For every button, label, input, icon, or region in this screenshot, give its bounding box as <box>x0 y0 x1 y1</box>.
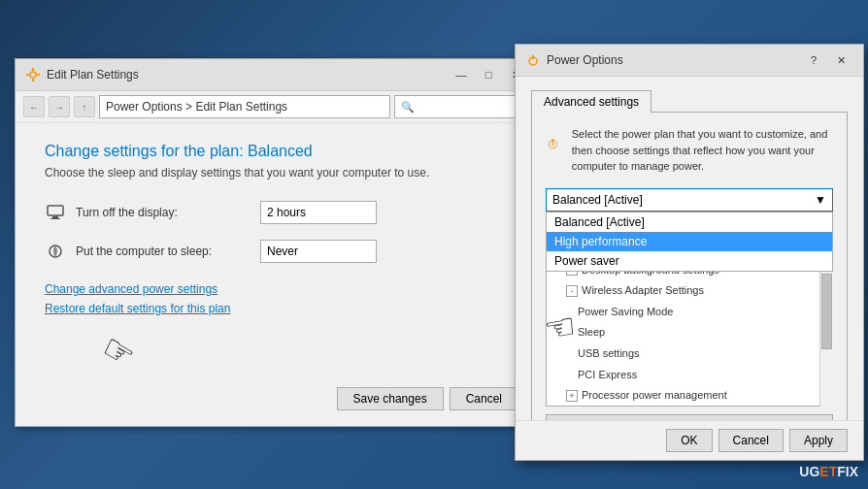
tree-label-pci: PCI Express <box>578 367 637 384</box>
tree-usb[interactable]: USB settings <box>547 343 832 365</box>
power-footer: OK Cancel Apply <box>516 420 863 460</box>
branding: UGETFIX <box>799 464 858 479</box>
power-titlebar: Power Options ? ✕ <box>516 45 863 77</box>
sleep-setting-label: Put the computer to sleep: <box>76 244 250 258</box>
brand-ug: UG <box>799 464 819 479</box>
plan-option-power-saver[interactable]: Power saver <box>547 251 832 271</box>
sleep-dropdown-wrapper: Never 1 minute 5 minutes 15 minutes 30 m… <box>260 240 377 263</box>
search-placeholder: 🔍 <box>401 101 415 114</box>
display-setting-label: Turn off the display: <box>76 206 250 219</box>
power-help-button[interactable]: ? <box>801 50 826 70</box>
advanced-settings-tab[interactable]: Advanced settings <box>531 90 651 113</box>
tree-label-psm: Power Saving Mode <box>578 304 673 321</box>
edit-plan-titlebar: Edit Plan Settings — □ ✕ <box>16 59 538 91</box>
svg-rect-2 <box>32 79 34 82</box>
tree-pci[interactable]: PCI Express <box>547 365 832 386</box>
plan-option-high-performance[interactable]: High performance <box>547 232 832 251</box>
tree-expand-processor: + <box>566 390 578 402</box>
brand-fix: FIX <box>837 464 858 479</box>
edit-plan-content: Change settings for the plan: Balanced C… <box>16 123 538 341</box>
display-setting-row: Turn off the display: 2 hours 1 minute 5… <box>45 201 509 224</box>
forward-button[interactable]: → <box>49 96 70 117</box>
search-box[interactable]: 🔍 <box>394 95 530 118</box>
maximize-button[interactable]: □ <box>476 65 501 84</box>
sleep-icon <box>45 241 66 262</box>
display-dropdown-wrapper: 2 hours 1 minute 5 minutes 15 minutes 30… <box>260 201 377 224</box>
plan-dropdown-arrow: ▼ <box>815 193 826 207</box>
power-window-title: Power Options <box>547 53 623 67</box>
edit-plan-icon <box>25 67 41 82</box>
nav-path[interactable]: Power Options > Edit Plan Settings <box>99 95 390 118</box>
plan-dropdown-row: Balanced [Active] ▼ Balanced [Active] Hi… <box>546 188 833 212</box>
links-section: Change advanced power settings Restore d… <box>45 282 509 315</box>
plan-option-balanced[interactable]: Balanced [Active] <box>547 212 832 232</box>
nav-path-text: Power Options > Edit Plan Settings <box>106 100 287 114</box>
cancel-button[interactable]: Cancel <box>450 387 518 410</box>
up-button[interactable]: ↑ <box>74 96 95 117</box>
svg-point-13 <box>551 143 554 147</box>
change-advanced-link[interactable]: Change advanced power settings <box>45 282 509 296</box>
tree-label-processor: Processor power management <box>582 387 727 405</box>
power-big-icon <box>546 126 560 161</box>
display-dropdown[interactable]: 2 hours 1 minute 5 minutes 15 minutes 30… <box>260 201 377 224</box>
tree-label-usb: USB settings <box>578 345 640 363</box>
tree-sleep[interactable]: Sleep <box>547 322 832 343</box>
sleep-dropdown[interactable]: Never 1 minute 5 minutes 15 minutes 30 m… <box>260 240 377 263</box>
tab-content: Select the power plan that you want to c… <box>531 112 848 452</box>
power-cancel-button[interactable]: Cancel <box>718 429 784 452</box>
sleep-setting-row: Put the computer to sleep: Never 1 minut… <box>45 240 509 263</box>
svg-rect-5 <box>48 206 63 215</box>
svg-rect-3 <box>26 74 29 76</box>
svg-rect-7 <box>50 218 60 219</box>
save-changes-button[interactable]: Save changes <box>337 387 444 410</box>
plan-active-label: Balanced [Active] <box>552 193 643 207</box>
power-apply-button[interactable]: Apply <box>789 429 848 452</box>
nav-bar: ← → ↑ Power Options > Edit Plan Settings… <box>16 91 538 123</box>
svg-rect-12 <box>552 139 554 143</box>
plan-title: Change settings for the plan: Balanced <box>45 143 509 160</box>
plan-subtitle: Choose the sleep and display settings th… <box>45 166 509 179</box>
brand-et: ET <box>819 464 837 479</box>
tree-expand-wireless: - <box>566 285 578 297</box>
tree-label-wireless: Wireless Adapter Settings <box>582 282 704 300</box>
power-main-content: Advanced settings Select the power plan … <box>516 77 863 466</box>
power-icon <box>525 52 541 68</box>
titlebar-left: Edit Plan Settings <box>25 67 139 82</box>
power-description: Select the power plan that you want to c… <box>572 126 833 175</box>
minimize-button[interactable]: — <box>449 65 474 84</box>
monitor-icon <box>45 202 66 223</box>
svg-point-0 <box>30 72 36 78</box>
plan-options-dropdown: Balanced [Active] High performance Power… <box>546 212 833 272</box>
back-button[interactable]: ← <box>23 96 45 117</box>
plan-select[interactable]: Balanced [Active] ▼ <box>546 188 833 212</box>
power-ok-button[interactable]: OK <box>666 429 712 452</box>
edit-plan-title: Edit Plan Settings <box>47 68 139 82</box>
tree-power-saving-mode[interactable]: Power Saving Mode <box>547 302 832 323</box>
svg-rect-4 <box>37 74 40 76</box>
svg-rect-1 <box>32 68 34 71</box>
tree-label-sleep: Sleep <box>578 324 605 342</box>
power-titlebar-left: Power Options <box>525 52 623 68</box>
svg-rect-6 <box>52 216 58 218</box>
restore-defaults-link[interactable]: Restore default settings for this plan <box>45 302 509 315</box>
tree-scroll-thumb[interactable] <box>821 274 832 349</box>
power-options-window: Power Options ? ✕ Advanced settings Sele… <box>515 44 864 461</box>
edit-plan-footer: Save changes Cancel <box>337 387 518 410</box>
power-close-button[interactable]: ✕ <box>828 50 853 70</box>
tree-wireless-adapter[interactable]: - Wireless Adapter Settings <box>547 280 832 302</box>
edit-plan-window: Edit Plan Settings — □ ✕ ← → ↑ Power Opt… <box>15 58 539 427</box>
tree-processor[interactable]: + Processor power management <box>547 385 832 406</box>
power-titlebar-controls: ? ✕ <box>801 50 853 70</box>
power-header-row: Select the power plan that you want to c… <box>546 126 833 175</box>
plan-dropdown-container: Balanced [Active] ▼ Balanced [Active] Hi… <box>546 188 833 212</box>
